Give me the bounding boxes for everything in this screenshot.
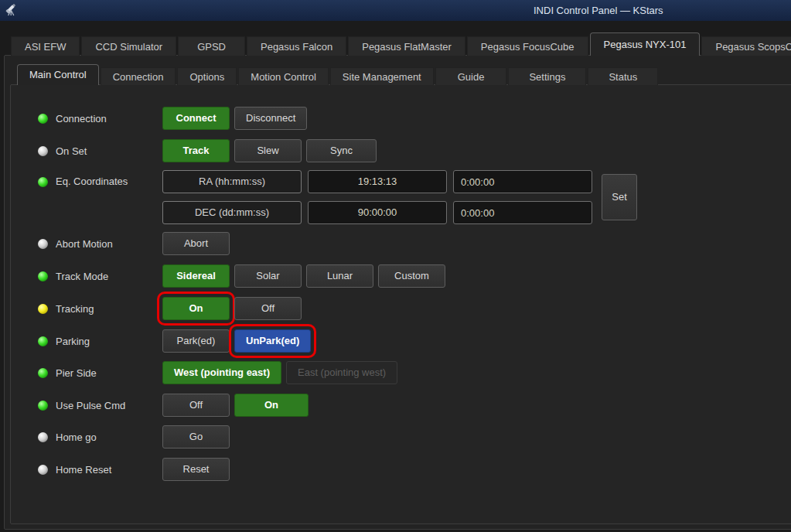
tab-connection[interactable]: Connection — [101, 67, 176, 85]
ra-value: 19:13:13 — [308, 170, 447, 193]
set-button[interactable]: Set — [602, 174, 637, 220]
row-label: Connection — [56, 113, 107, 124]
sync-button[interactable]: Sync — [306, 139, 377, 162]
tab-ccd-simulator[interactable]: CCD Simulator — [81, 36, 176, 56]
row-label: Eq. Coordinates — [56, 176, 128, 187]
tab-guide[interactable]: Guide — [435, 67, 507, 85]
row-abort-motion: Abort Motion Abort — [0, 232, 791, 255]
pier-side-status-led — [38, 368, 48, 378]
track-mode-status-led — [38, 271, 48, 281]
abort-button[interactable]: Abort — [162, 232, 230, 255]
dec-label: DEC (dd:mm:ss) — [162, 201, 302, 224]
dec-input[interactable] — [453, 201, 592, 224]
tab-motion-control[interactable]: Motion Control — [238, 67, 329, 85]
window-titlebar: INDI Control Panel — KStars — [0, 0, 791, 21]
window-title: INDI Control Panel — KStars — [534, 0, 663, 21]
row-label: Parking — [56, 336, 90, 347]
tab-pegasus-nyx-101[interactable]: Pegasus NYX-101 — [590, 32, 701, 56]
lunar-button[interactable]: Lunar — [306, 264, 373, 288]
device-tabbar: ASI EFW CCD Simulator GPSD Pegasus Falco… — [11, 32, 791, 56]
eq-coordinates-status-led — [38, 177, 48, 187]
disconnect-button[interactable]: Disconnect — [234, 107, 307, 130]
tab-pegasus-focuscube[interactable]: Pegasus FocusCube — [467, 36, 588, 56]
on-set-status-led — [38, 146, 48, 156]
ra-input[interactable] — [453, 170, 592, 193]
slew-button[interactable]: Slew — [234, 139, 302, 162]
tab-pegasus-scopsoag[interactable]: Pegasus ScopsOAG — [701, 36, 791, 56]
tab-gpsd[interactable]: GPSD — [178, 36, 245, 56]
row-home-go: Home go Go — [0, 425, 791, 448]
row-label: Abort Motion — [56, 238, 113, 250]
pulse-on-button[interactable]: On — [234, 394, 309, 417]
row-track-mode: Track Mode Sidereal Solar Lunar Custom — [0, 264, 791, 288]
row-parking: Parking Park(ed) UnPark(ed) — [0, 329, 791, 353]
row-connection: Connection Connect Disconnect — [0, 107, 791, 130]
connection-status-led — [38, 114, 48, 124]
tab-options[interactable]: Options — [177, 67, 237, 85]
abort-motion-status-led — [38, 239, 48, 249]
row-pier-side: Pier Side West (pointing east) East (poi… — [0, 361, 791, 384]
tracking-on-button[interactable]: On — [162, 297, 230, 320]
pier-east-button[interactable]: East (pointing west) — [286, 361, 397, 384]
tab-settings[interactable]: Settings — [508, 67, 586, 85]
row-label: On Set — [56, 145, 87, 157]
row-label: Track Mode — [56, 271, 108, 282]
row-label: Tracking — [56, 303, 94, 315]
section-tabbar: Main Control Connection Options Motion C… — [17, 64, 658, 85]
home-go-status-led — [38, 432, 48, 442]
pulse-off-button[interactable]: Off — [162, 394, 230, 417]
solar-button[interactable]: Solar — [234, 264, 302, 288]
tracking-off-button[interactable]: Off — [234, 297, 302, 320]
sidereal-button[interactable]: Sidereal — [162, 264, 230, 288]
row-eq-coordinates: Eq. Coordinates RA (hh:mm:ss) 19:13:13 D… — [0, 170, 791, 224]
pier-west-button[interactable]: West (pointing east) — [162, 361, 281, 384]
custom-button[interactable]: Custom — [378, 264, 445, 288]
row-tracking: Tracking On Off — [0, 297, 791, 320]
ra-label: RA (hh:mm:ss) — [162, 170, 302, 193]
tracking-status-led — [38, 304, 48, 314]
tab-main-control[interactable]: Main Control — [17, 64, 99, 85]
track-button[interactable]: Track — [162, 139, 230, 162]
connect-button[interactable]: Connect — [162, 107, 230, 130]
row-home-reset: Home Reset Reset — [0, 458, 791, 481]
tab-status[interactable]: Status — [588, 67, 658, 85]
row-label: Use Pulse Cmd — [56, 400, 125, 411]
row-use-pulse-cmd: Use Pulse Cmd Off On — [0, 394, 791, 417]
telescope-icon — [5, 3, 18, 19]
home-go-button[interactable]: Go — [162, 425, 230, 448]
tab-asi-efw[interactable]: ASI EFW — [11, 36, 80, 56]
home-reset-status-led — [38, 465, 48, 475]
row-on-set: On Set Track Slew Sync — [0, 139, 791, 162]
tab-pegasus-falcon[interactable]: Pegasus Falcon — [247, 36, 346, 56]
row-label: Home Reset — [56, 464, 111, 476]
dec-value: 90:00:00 — [308, 201, 447, 224]
use-pulse-cmd-status-led — [38, 401, 48, 411]
park-button[interactable]: Park(ed) — [162, 329, 230, 353]
row-label: Pier Side — [56, 367, 97, 379]
tab-pegasus-flatmaster[interactable]: Pegasus FlatMaster — [348, 36, 465, 56]
row-label: Home go — [56, 431, 97, 443]
unpark-button[interactable]: UnPark(ed) — [234, 329, 311, 353]
parking-status-led — [38, 336, 48, 346]
home-reset-button[interactable]: Reset — [162, 458, 230, 481]
tab-site-management[interactable]: Site Management — [330, 67, 434, 85]
